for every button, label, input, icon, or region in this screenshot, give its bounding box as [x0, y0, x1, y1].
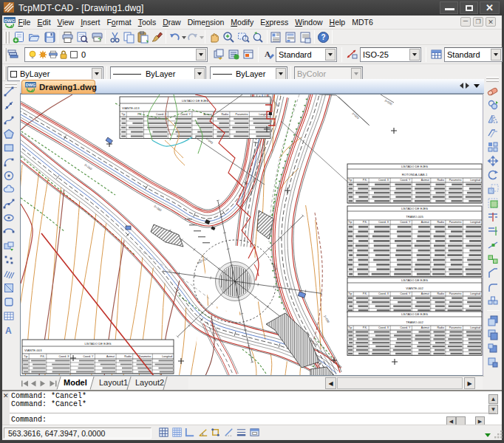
svg-text:Azimut: Azimut [421, 221, 429, 224]
svg-text:P.K.: P.K. [137, 113, 142, 116]
svg-text:P.K.: P.K. [363, 326, 367, 329]
svg-text:Parametro: Parametro [236, 113, 248, 116]
svg-text:Coord. X: Coord. X [378, 179, 389, 182]
svg-text:LISTADO DE EJES: LISTADO DE EJES [401, 312, 428, 316]
svg-text:P.K.: P.K. [40, 355, 44, 358]
svg-text:P.K.: P.K. [363, 292, 367, 295]
svg-text:Parametro: Parametro [449, 179, 462, 182]
svg-text:Coord. Y: Coord. Y [400, 179, 411, 182]
svg-text:Parametro: Parametro [449, 292, 462, 295]
svg-text:Tip: Tip [121, 113, 125, 116]
svg-text:Longitud: Longitud [259, 113, 269, 116]
svg-text:Tip: Tip [348, 179, 352, 182]
svg-text:Radio: Radio [437, 221, 444, 224]
svg-text:LISTADO DE EJES: LISTADO DE EJES [401, 165, 428, 168]
svg-text:Radio: Radio [222, 113, 228, 116]
svg-text:Longitud: Longitud [162, 355, 172, 358]
svg-text:VIANTE-002: VIANTE-002 [406, 286, 423, 290]
svg-text:Coord. X: Coord. X [378, 326, 389, 329]
svg-text:Radio: Radio [124, 355, 131, 358]
svg-text:Parametro: Parametro [449, 326, 462, 329]
svg-text:Parametro: Parametro [449, 221, 462, 224]
svg-text:DWG: DWG [4, 18, 16, 23]
svg-text:VIANTE-013: VIANTE-013 [122, 106, 140, 110]
svg-text:Azimut: Azimut [421, 326, 429, 329]
svg-text:Coord. Y: Coord. Y [400, 221, 411, 224]
svg-text:VIANTE-003: VIANTE-003 [24, 348, 42, 352]
svg-text:Radio: Radio [437, 179, 444, 182]
svg-text:Azimut: Azimut [421, 179, 429, 182]
svg-text:A: A [5, 326, 12, 336]
svg-text:LISTADO DE EJES: LISTADO DE EJES [401, 278, 428, 282]
svg-text:Coord. X: Coord. X [378, 221, 389, 224]
svg-text:TRAMO-002: TRAMO-002 [406, 320, 423, 324]
svg-text:Coord. Y: Coord. Y [400, 326, 411, 329]
svg-text:3+000: 3+000 [384, 99, 394, 106]
svg-text:Radio: Radio [437, 292, 444, 295]
svg-text:Azimut: Azimut [421, 292, 429, 295]
svg-text:2+080: 2+080 [323, 315, 330, 324]
svg-text:Coord. X: Coord. X [58, 355, 69, 358]
svg-text:Longitud: Longitud [470, 326, 480, 329]
svg-text:Coord. X: Coord. X [378, 292, 389, 295]
svg-text:Tip: Tip [348, 221, 352, 224]
svg-text:P.K.: P.K. [363, 221, 367, 224]
svg-text:P.K.: P.K. [363, 179, 367, 182]
svg-text:0+380: 0+380 [153, 205, 163, 213]
svg-text:TRAMO-005: TRAMO-005 [406, 215, 423, 219]
svg-text:Longitud: Longitud [470, 292, 480, 295]
svg-text:Azimut: Azimut [106, 355, 115, 358]
svg-text:3+020: 3+020 [351, 111, 360, 120]
svg-text:?: ? [321, 33, 325, 41]
svg-text:Coord. Y: Coord. Y [180, 113, 191, 116]
svg-text:Tip: Tip [348, 292, 352, 295]
svg-text:Coord. Y: Coord. Y [400, 292, 411, 295]
svg-text:ROTONDA-UAB-1: ROTONDA-UAB-1 [402, 173, 428, 176]
svg-text:ROT-1: ROT-1 [197, 257, 206, 265]
svg-text:Parametro: Parametro [139, 355, 151, 358]
svg-text:LISTADO DE EJES: LISTADO DE EJES [84, 342, 111, 346]
svg-text:Longitud: Longitud [470, 221, 480, 224]
svg-text:A: A [265, 49, 270, 58]
svg-text:Longitud: Longitud [470, 179, 480, 182]
svg-text:DWG: DWG [26, 83, 36, 87]
svg-text:Tip: Tip [348, 326, 352, 329]
svg-text:Coord. Y: Coord. Y [83, 355, 94, 358]
svg-text:LISTADO DE EJES: LISTADO DE EJES [182, 99, 208, 103]
svg-text:Radio: Radio [437, 326, 444, 329]
svg-text:Tip: Tip [24, 355, 27, 358]
svg-text:LISTADO DE EJES: LISTADO DE EJES [401, 207, 428, 210]
